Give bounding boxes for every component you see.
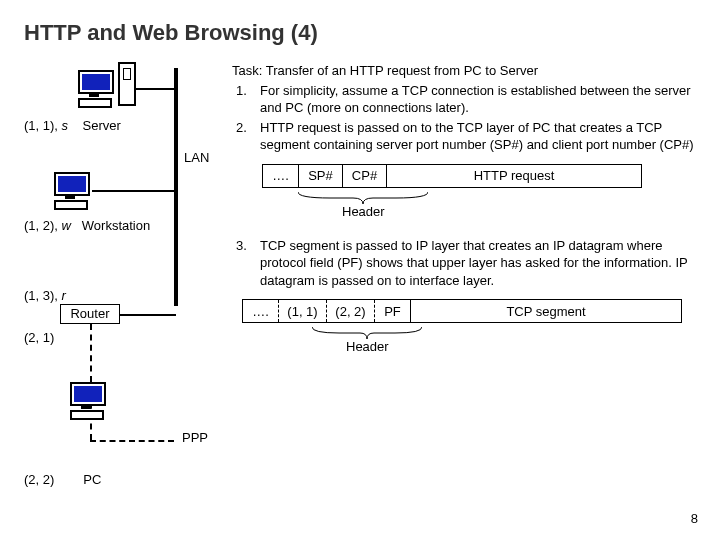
server-tower-icon [118, 62, 136, 106]
ppp-link-h [90, 440, 174, 442]
router-box: Router [60, 304, 120, 324]
packet-field-cp: CP# [343, 165, 387, 187]
network-diagram: LAN (1, 1), s Server (1, 2), w Workstati… [24, 62, 224, 492]
task-heading: Task: Transfer of an HTTP request from P… [232, 62, 696, 80]
page-title: HTTP and Web Browsing (4) [24, 20, 696, 46]
packet-field-etc: …. [243, 300, 279, 322]
workstation-icon [54, 172, 86, 202]
packet-field-src: (1, 1) [279, 300, 327, 322]
ip-datagram-diagram: …. (1, 1) (2, 2) PF TCP segment [242, 299, 682, 323]
packet-payload: HTTP request [387, 165, 641, 187]
lan-bus [174, 68, 178, 306]
task-step: 2. HTTP request is passed on to the TCP … [232, 119, 696, 154]
page-number: 8 [691, 511, 698, 526]
tcp-header-brace: Header [298, 192, 696, 219]
task-step: 3. TCP segment is passed to IP layer tha… [232, 237, 696, 290]
connector [92, 190, 176, 192]
connector [120, 314, 176, 316]
server-address: (1, 1), s Server [24, 118, 121, 133]
packet-field-dst: (2, 2) [327, 300, 375, 322]
connector [136, 88, 176, 90]
lan-label: LAN [184, 150, 209, 165]
ppp-label: PPP [182, 430, 208, 445]
packet-field-etc: …. [263, 165, 299, 187]
tcp-segment-diagram: …. SP# CP# HTTP request [262, 164, 642, 188]
ip-header-brace: Header [312, 327, 696, 354]
packet-field-sp: SP# [299, 165, 343, 187]
task-description: Task: Transfer of an HTTP request from P… [232, 62, 696, 154]
ppp-link-v [90, 324, 92, 382]
packet-payload: TCP segment [411, 300, 681, 322]
server-icon [78, 70, 110, 100]
workstation-address: (1, 2), w Workstation [24, 218, 150, 233]
router-address-1: (1, 3), r [24, 288, 66, 303]
pc-icon [70, 382, 102, 412]
pc-address: (2, 2) PC [24, 472, 101, 487]
router-address-2: (2, 1) [24, 330, 54, 345]
task-step: 1. For simplicity, assume a TCP connecti… [232, 82, 696, 117]
packet-field-pf: PF [375, 300, 411, 322]
